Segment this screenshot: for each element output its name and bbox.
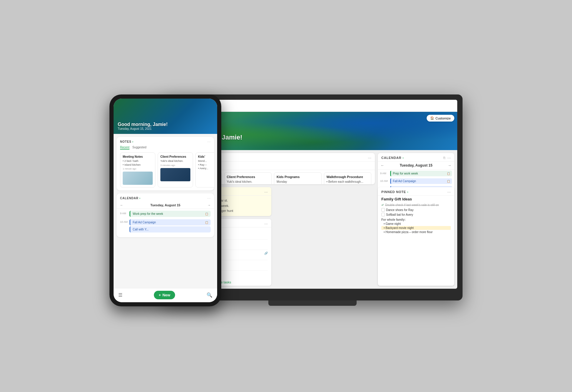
pinned-note-menu[interactable]: ··· [447, 190, 451, 194]
check-icon: ✓ [381, 203, 384, 207]
phone-events-10am: Fall Ad Campaign 📋 Call with Y... [129, 219, 211, 233]
note-card-bullets: Yuki's ideal kitchen. [227, 180, 269, 184]
time-label-10am: 10 AM [380, 178, 388, 182]
pinned-bullet-movie-night: • Backyard movie night [381, 226, 451, 230]
scratch-pad-menu[interactable]: ··· [264, 190, 268, 194]
phone-note-bullets: Yuki's ideal kitchen. [160, 159, 190, 163]
tasks-widget-menu[interactable]: ··· [264, 221, 268, 226]
home-icon: 🏠 [430, 116, 434, 120]
phone-notes-arrow[interactable]: › [132, 140, 133, 143]
events-col-9am: Prep for work week 📋 [390, 171, 452, 177]
phone-event-name: Work prep for the week [133, 212, 163, 215]
phone-notes-cards: Meeting Notes • 2 bed / bath• Island kit… [117, 151, 214, 190]
phone-greeting: Good morning, Jamie! [118, 122, 168, 127]
note-card-title: Client Preferences [227, 175, 269, 179]
pinned-note-content: ✓ Double-check if last week's sale is st… [378, 203, 454, 237]
notes-widget-menu[interactable]: ··· [368, 155, 371, 160]
pinned-unchecked-item: Dance shoes for Ray [381, 208, 451, 212]
phone-notes-menu[interactable]: ··· [207, 139, 211, 144]
phone-notes-title: NOTES › [120, 140, 134, 143]
calendar-prev-button[interactable]: ← [381, 163, 384, 167]
pinned-note-widget: PINNED NOTE › ··· Family Gift Ideas ✓ Do… [378, 187, 454, 286]
note-card-title: Walkthrough Procedure [327, 175, 369, 179]
phone-event-name: Call with Y... [133, 228, 149, 231]
note-link-icon: 📋 [447, 180, 450, 183]
phone-search-icon[interactable]: 🔍 [207, 292, 212, 298]
phone-note-image [123, 172, 153, 185]
phone-note-card-meeting[interactable]: Meeting Notes • 2 bed / bath• Island kit… [120, 152, 155, 187]
calendar-title-arrow[interactable]: › [403, 156, 404, 160]
checkbox-softball-bat[interactable] [381, 213, 385, 216]
pinned-note-header: PINNED NOTE › ··· [378, 187, 454, 196]
calendar-widget-menu[interactable]: ··· [447, 155, 451, 160]
phone-cal-next[interactable]: → [207, 203, 211, 207]
laptop-base [268, 300, 357, 306]
note-card-client-preferences[interactable]: Client Preferences Yuki's ideal kitchen.… [224, 172, 272, 184]
customize-label: Customize [435, 117, 451, 120]
events-col-10am: Fall Ad Campaign 📋 [390, 178, 452, 185]
scene: ‹ › J Jamie Gold ▾ Good morning, Jamie! … [109, 86, 463, 306]
phone-time-label-9am: 9 AM [120, 211, 128, 215]
phone-tab-recent[interactable]: Recent [120, 146, 129, 150]
phone-note-image [160, 168, 190, 181]
time-label-9am: 9 AM [380, 171, 388, 175]
phone-event-call-with-y[interactable]: Call with Y... [129, 226, 211, 232]
phone-event-work-prep[interactable]: Work prep for the week 📋 [129, 211, 211, 217]
phone-cal-prev[interactable]: ← [120, 203, 123, 207]
phone-note-title: Meeting Notes [123, 155, 153, 158]
pinned-bullet-pizza: • Homemade pizza – order more flour [381, 230, 451, 234]
phone-notes-widget: NOTES › ··· Recent Suggested Meeting Not… [117, 137, 214, 190]
phone-calendar-title-text: CALENDAR [120, 197, 139, 200]
phone-screen: Good morning, Jamie! Tuesday, August 15,… [114, 99, 217, 302]
calendar-copy-icon[interactable]: ⎘ [443, 156, 445, 160]
phone: Good morning, Jamie! Tuesday, August 15,… [109, 94, 221, 306]
phone-new-label: New [162, 293, 170, 297]
phone-note-time: 3 minutes ago [160, 164, 190, 167]
phone-time-label-10am: 10 AM [120, 219, 128, 223]
phone-hero-text: Good morning, Jamie! Tuesday, August 15,… [118, 122, 168, 130]
checked-item-text: Double-check if last week's sale is stil… [385, 203, 439, 207]
phone-notes-header: NOTES › ··· [117, 137, 214, 145]
pinned-title-arrow[interactable]: › [407, 190, 408, 194]
event-name: Fall Ad Campaign [393, 180, 416, 183]
note-card-title: Kids Programs [277, 175, 319, 179]
phone-content[interactable]: NOTES › ··· Recent Suggested Meeting Not… [114, 134, 217, 288]
phone-new-button[interactable]: + New [154, 291, 175, 299]
phone-note-link-icon: 📋 [205, 221, 208, 224]
calendar-widget-header: CALENDAR › ⎘ ··· [378, 153, 454, 162]
phone-note-time: 1 minute ago [123, 167, 153, 170]
calendar-widget-title: CALENDAR › [381, 156, 404, 160]
calendar-title-text: CALENDAR [381, 156, 401, 160]
phone-calendar-menu[interactable]: ··· [207, 196, 211, 200]
phone-calendar-timeline: 9 AM Work prep for the week 📋 10 AM [117, 209, 214, 237]
phone-cal-date: Tuesday, August 15 [150, 203, 180, 207]
calendar-time-row-9am: 9 AM Prep for work week 📋 [380, 171, 452, 177]
phone-bottom-bar: ☰ + New 🔍 [114, 288, 217, 302]
phone-note-link-icon: 📋 [205, 212, 208, 215]
calendar-next-button[interactable]: → [448, 163, 451, 167]
note-link-icon: 📋 [447, 172, 450, 175]
pinned-note-title: PINNED NOTE › [381, 190, 408, 194]
phone-menu-icon[interactable]: ☰ [118, 292, 122, 298]
phone-event-fall-ad[interactable]: Fall Ad Campaign 📋 [129, 219, 211, 225]
calendar-event-prep[interactable]: Prep for work week 📋 [390, 171, 452, 176]
pinned-checked-item: ✓ Double-check if last week's sale is st… [381, 203, 451, 207]
checkbox-dance-shoes[interactable] [381, 208, 385, 212]
calendar-nav: ← Tuesday, August 15 → [378, 162, 454, 170]
phone-note-card-client[interactable]: Client Preferences Yuki's ideal kitchen.… [158, 152, 193, 187]
phone-tab-suggested[interactable]: Suggested [132, 146, 147, 150]
note-card-kids-programs[interactable]: Kids Programs Monday• Ray – Dance – Pick… [274, 172, 322, 184]
pinned-unchecked-item: Softball bat for Avery [381, 213, 451, 216]
phone-time-row-9am: 9 AM Work prep for the week 📋 [120, 211, 211, 218]
calendar-time-row-10am: 10 AM Fall Ad Campaign 📋 [380, 178, 452, 185]
phone-calendar-arrow[interactable]: › [139, 197, 141, 200]
phone-note-title: Kids' [198, 155, 214, 158]
phone-note-card-kids[interactable]: Kids' Mond...• Ray –• Avery... [195, 152, 214, 187]
customize-button[interactable]: 🏠 Customize [427, 115, 454, 122]
phone-event-name: Fall Ad Campaign [133, 221, 156, 224]
phone-calendar-widget: CALENDAR › ··· ← Tuesday, August 15 → 9 [117, 193, 214, 237]
phone-calendar-header: CALENDAR › ··· [117, 193, 214, 202]
calendar-event-fall-ad[interactable]: Fall Ad Campaign 📋 [390, 178, 452, 184]
note-card-walkthrough[interactable]: Walkthrough Procedure • Before each walk… [324, 172, 372, 184]
phone-note-title: Client Preferences [160, 155, 190, 158]
